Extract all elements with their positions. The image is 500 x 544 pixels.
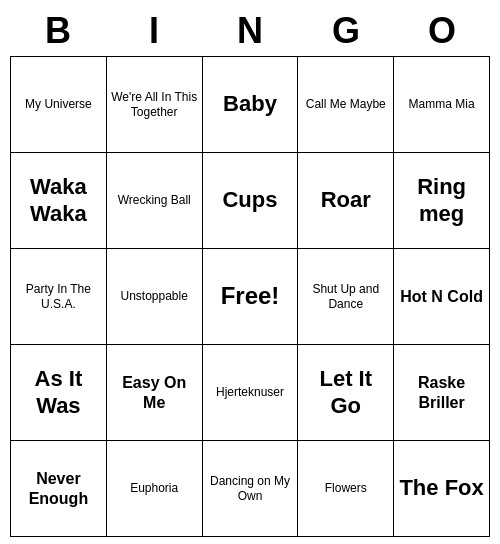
bingo-cell-r2-c3: Shut Up and Dance [298,249,394,345]
cell-text: Let It Go [302,366,389,419]
bingo-cell-r3-c4: Raske Briller [394,345,490,441]
bingo-cell-r4-c3: Flowers [298,441,394,537]
bingo-cell-r4-c4: The Fox [394,441,490,537]
cell-text: Mamma Mia [398,97,485,111]
cell-text: Euphoria [111,481,198,495]
bingo-cell-r1-c3: Roar [298,153,394,249]
cell-text: Wrecking Ball [111,193,198,207]
bingo-cell-r3-c2: Hjerteknuser [202,345,298,441]
bingo-cell-r1-c4: Ring meg [394,153,490,249]
cell-text: Ring meg [398,174,485,227]
bingo-cell-r4-c1: Euphoria [106,441,202,537]
bingo-cell-r3-c1: Easy On Me [106,345,202,441]
bingo-cell-r0-c2: Baby [202,57,298,153]
bingo-cell-r0-c3: Call Me Maybe [298,57,394,153]
letter-o: O [394,10,490,52]
bingo-cell-r1-c1: Wrecking Ball [106,153,202,249]
bingo-cell-r1-c2: Cups [202,153,298,249]
cell-text: Raske Briller [398,373,485,411]
cell-text: Roar [302,187,389,213]
cell-text: As It Was [15,366,102,419]
cell-text: My Universe [15,97,102,111]
cell-text: Flowers [302,481,389,495]
bingo-cell-r2-c0: Party In The U.S.A. [11,249,107,345]
cell-text: Unstoppable [111,289,198,303]
cell-text: Party In The U.S.A. [15,282,102,311]
cell-text: Dancing on My Own [207,474,294,503]
cell-text: Call Me Maybe [302,97,389,111]
letter-n: N [202,10,298,52]
bingo-cell-r2-c1: Unstoppable [106,249,202,345]
letter-b: B [10,10,106,52]
bingo-cell-r3-c0: As It Was [11,345,107,441]
bingo-cell-r0-c0: My Universe [11,57,107,153]
bingo-grid: My UniverseWe're All In This TogetherBab… [10,56,490,537]
cell-text: Baby [207,91,294,117]
cell-text: We're All In This Together [111,90,198,119]
cell-text: Waka Waka [15,174,102,227]
bingo-cell-r4-c0: Never Enough [11,441,107,537]
letter-i: I [106,10,202,52]
bingo-cell-r0-c1: We're All In This Together [106,57,202,153]
cell-text: Easy On Me [111,373,198,411]
bingo-cell-r0-c4: Mamma Mia [394,57,490,153]
bingo-cell-r2-c2: Free! [202,249,298,345]
cell-text: Never Enough [15,469,102,507]
bingo-header: B I N G O [10,10,490,52]
cell-text: Free! [207,282,294,311]
bingo-cell-r4-c2: Dancing on My Own [202,441,298,537]
bingo-cell-r2-c4: Hot N Cold [394,249,490,345]
bingo-cell-r3-c3: Let It Go [298,345,394,441]
cell-text: Hjerteknuser [207,385,294,399]
cell-text: Cups [207,187,294,213]
cell-text: The Fox [398,475,485,501]
cell-text: Hot N Cold [398,287,485,306]
letter-g: G [298,10,394,52]
cell-text: Shut Up and Dance [302,282,389,311]
bingo-cell-r1-c0: Waka Waka [11,153,107,249]
